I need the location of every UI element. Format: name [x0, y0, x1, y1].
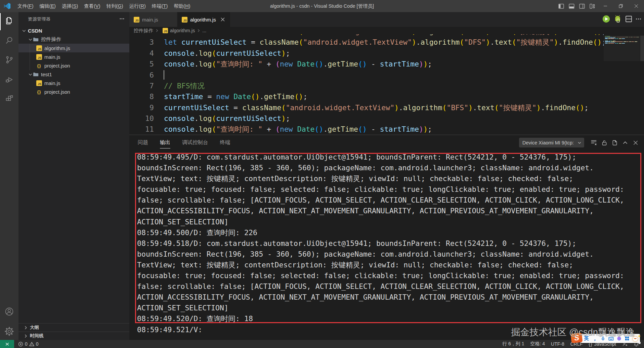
output-line: TextView; text: 按键精灵; contentDescription…	[137, 260, 644, 270]
menu-item[interactable]: 选择(S)	[59, 0, 81, 12]
line-number: 5	[129, 60, 154, 68]
output-line: 08:59:49.518/D: com.stardust.automator.U…	[137, 238, 644, 249]
customize-layout-icon[interactable]	[587, 0, 598, 12]
toggle-sidebar-icon[interactable]	[556, 0, 566, 12]
restore-button[interactable]	[613, 0, 629, 12]
tree-item-main-js-2[interactable]: JS main.js	[18, 79, 129, 87]
menu-item[interactable]: 终端(T)	[149, 0, 171, 12]
output-line: 08:59:49.500/D: 查询时间: 226	[137, 227, 644, 238]
code-line: 9 currentUiSelect = className("android.w…	[129, 102, 604, 113]
toggle-secondary-sidebar-icon[interactable]	[577, 0, 587, 12]
watermark: 掘金技术社区 @csdn飘逸飘逸	[511, 326, 635, 338]
close-tab-icon[interactable]	[219, 16, 226, 23]
error-icon	[18, 342, 23, 347]
breadcrumb-folder[interactable]: 控件操作	[134, 28, 153, 34]
minimize-button[interactable]	[598, 0, 613, 12]
clear-output-icon[interactable]	[589, 137, 599, 148]
tab-bar: JS main.js JS algorithm.js	[129, 12, 644, 27]
output-line: ACTION_ACCESSIBILITY_FOCUS, ACTION_NEXT_…	[137, 292, 644, 303]
open-output-in-editor-icon[interactable]	[609, 137, 620, 148]
line-number: 8	[129, 92, 154, 101]
json-file-icon: {}	[36, 63, 42, 69]
minimap[interactable]	[604, 36, 640, 135]
title-bar: 文件(F) 编辑(E) 选择(S) 查看(V) 转到(G) 运行(R) 终端(T…	[0, 0, 644, 12]
output-channel-select[interactable]: Device Xiaomi MI 9(tcp:	[519, 138, 584, 147]
tree-item-project-json-2[interactable]: {} project.json	[18, 87, 129, 96]
problems-status[interactable]: 0 0	[18, 341, 39, 347]
line-number: 3	[129, 38, 154, 46]
tree-item-main-js[interactable]: JS main.js	[18, 52, 129, 61]
menu-item[interactable]: 转到(G)	[103, 0, 126, 12]
close-button[interactable]	[629, 0, 644, 12]
source-control-icon[interactable]	[0, 50, 18, 69]
panel-tab-problems[interactable]: 问题	[138, 135, 148, 150]
bottom-panel: 问题 输出 调试控制台 终端 Device Xiaomi MI 9(tcp:	[129, 135, 644, 340]
cursor-position-status[interactable]: 行 6，列 1	[499, 341, 527, 347]
menu-item[interactable]: 运行(R)	[126, 0, 149, 12]
breadcrumbs[interactable]: 控件操作 JS algorithm.js ...	[129, 27, 644, 34]
close-panel-icon[interactable]	[630, 137, 641, 148]
tree-item-test1[interactable]: test1	[18, 70, 129, 79]
panel-tab-debug-console[interactable]: 调试控制台	[182, 135, 208, 150]
chevron-down-icon	[21, 28, 27, 33]
code-line: 11 console.log("查询时间: " + (new Date().ge…	[129, 124, 604, 135]
more-actions-icon[interactable]	[636, 16, 641, 23]
chevron-down-icon	[28, 72, 33, 77]
toggle-panel-icon[interactable]	[566, 0, 577, 12]
scrollbar-thumb[interactable]	[640, 36, 644, 61]
editor-scrollbar[interactable]	[640, 36, 644, 135]
vscode-window: 文件(F) 编辑(E) 选择(S) 查看(V) 转到(G) 运行(R) 终端(T…	[0, 0, 644, 348]
tree-item-csdn[interactable]: CSDN	[18, 26, 129, 35]
code-line: 2 let currentUiSelect = className("andro…	[129, 34, 604, 37]
menu-item[interactable]: 查看(V)	[81, 0, 103, 12]
outline-section[interactable]: 大纲	[18, 323, 129, 332]
menu-bar: 文件(F) 编辑(E) 选择(S) 查看(V) 转到(G) 运行(R) 终端(T…	[14, 0, 193, 12]
sidebar-more-actions-icon[interactable]	[119, 16, 125, 23]
breadcrumb-more[interactable]: ...	[202, 28, 206, 33]
menu-item[interactable]: 文件(F)	[14, 0, 37, 12]
warning-icon	[29, 342, 34, 347]
json-file-icon: {}	[36, 89, 42, 95]
output-line: ACTION_SET_SELECTION]	[137, 217, 644, 227]
output-line: 08:59:49.520/D: 查询时间: 18	[137, 313, 644, 324]
search-icon[interactable]	[0, 31, 18, 50]
tab-algorithm-js[interactable]: JS algorithm.js	[177, 12, 230, 27]
line-number: 4	[129, 49, 154, 57]
menu-item[interactable]: 编辑(E)	[37, 0, 59, 12]
explorer-icon[interactable]	[0, 11, 18, 30]
indentation-status[interactable]: 空格: 4	[527, 341, 548, 347]
panel-tab-output[interactable]: 输出	[160, 135, 170, 150]
line-number: 10	[129, 114, 154, 123]
code-line: 4 console.log(currentUiSelect);	[129, 48, 604, 58]
timeline-section[interactable]: 时间线	[18, 332, 129, 340]
output-line: TextView; text: 按键精灵; contentDescription…	[137, 173, 644, 184]
line-number: 6	[129, 71, 154, 79]
account-icon[interactable]	[0, 302, 18, 321]
panel-tab-terminal[interactable]: 终端	[220, 135, 230, 150]
output-console[interactable]: 08:59:49.495/D: com.stardust.automator.U…	[129, 150, 644, 340]
remote-indicator[interactable]	[0, 340, 14, 348]
menu-item[interactable]: 帮助(H)	[171, 0, 193, 12]
autojs-device-icon[interactable]	[613, 15, 622, 25]
ime-sparkle-icon: ✦	[638, 334, 641, 339]
text-cursor	[164, 70, 164, 80]
tree-item-project-json[interactable]: {} project.json	[18, 61, 129, 70]
split-editor-icon[interactable]	[625, 15, 632, 24]
encoding-status[interactable]: UTF-8	[548, 341, 567, 347]
tree-item-folder[interactable]: 控件操作	[18, 35, 129, 44]
file-tree: CSDN 控件操作 JS algorithm.js JS main.js {	[18, 26, 129, 96]
settings-gear-icon[interactable]	[0, 322, 18, 341]
code-editor[interactable]: 2 let currentUiSelect = className("andro…	[129, 34, 604, 135]
folder-icon	[33, 72, 39, 77]
output-line: ACTION_SET_SELECTION]	[137, 303, 644, 313]
tab-main-js[interactable]: JS main.js	[129, 12, 177, 27]
unlock-icon[interactable]	[599, 137, 609, 148]
line-number: 11	[129, 125, 154, 133]
tree-item-algorithm-js[interactable]: JS algorithm.js	[18, 44, 129, 52]
extensions-icon[interactable]	[0, 89, 18, 108]
run-script-button[interactable]	[602, 15, 610, 24]
js-file-icon: JS	[134, 17, 139, 23]
breadcrumb-file[interactable]: algorithm.js	[170, 28, 195, 33]
maximize-panel-icon[interactable]	[620, 137, 630, 148]
run-debug-icon[interactable]	[0, 70, 18, 89]
